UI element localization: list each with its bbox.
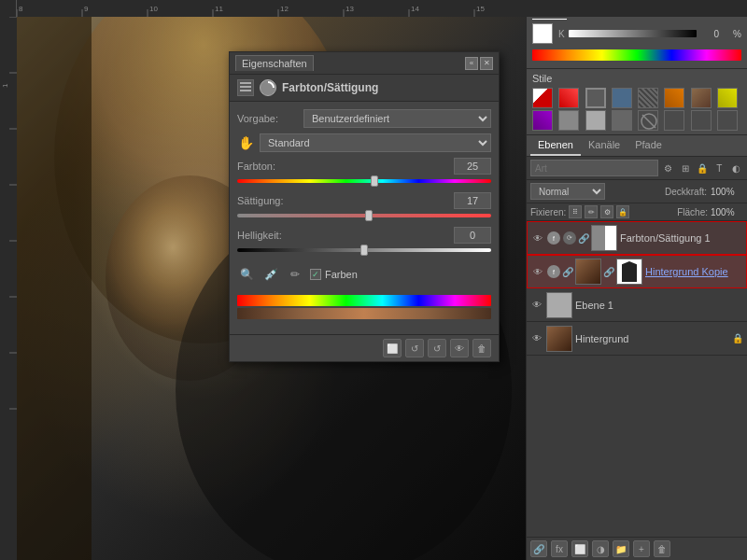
dialog-btn-curve[interactable]: ↺ [405, 339, 424, 357]
eyedropper-icon-2[interactable]: 💉 [261, 265, 280, 284]
layer-name-0: Farbton/Sättigung 1 [620, 232, 742, 244]
layer-expand-icon[interactable]: ⊞ [678, 161, 692, 175]
svg-text:12: 12 [280, 5, 289, 13]
stile-item-9[interactable] [532, 110, 553, 131]
dialog-header: Farbton/Sättigung [230, 75, 499, 102]
vorgabe-select[interactable]: Benutzerdefiniert [303, 109, 491, 128]
stile-item-13[interactable] [638, 110, 658, 131]
svg-text:14: 14 [411, 5, 419, 13]
stile-item-11[interactable] [585, 110, 606, 131]
layer-btn-delete[interactable]: 🗑 [654, 540, 670, 557]
tab-pfade[interactable]: Pfade [627, 135, 669, 156]
dialog-collapse-btn[interactable]: « [465, 57, 478, 70]
layer-btn-group[interactable]: 📁 [613, 540, 629, 557]
dialog-controls: « ✕ [465, 57, 493, 70]
tab-kanaele[interactable]: Kanäle [581, 135, 627, 156]
stile-item-4[interactable] [612, 88, 632, 108]
opacity-label: Deckkraft: [665, 187, 707, 197]
dialog-btn-new-layer[interactable]: ⬜ [383, 339, 402, 357]
layer-eye-2[interactable]: 👁 [530, 299, 543, 312]
layer-filter-icon[interactable]: ⚙ [661, 161, 675, 175]
fixieren-label: Fixieren: [530, 207, 566, 217]
layer-btn-new[interactable]: + [633, 540, 650, 557]
dialog-btn-eye[interactable]: 👁 [450, 339, 469, 357]
stile-item-8[interactable] [717, 88, 738, 108]
tool-row: 🔍 💉 ✏ ✓ Farben [237, 261, 491, 287]
stile-item-6[interactable] [664, 88, 684, 108]
layer-name-3: Hintergrund [575, 333, 729, 344]
color-k-value: 0 [700, 29, 719, 39]
layer-bottom-bar: 🔗 fx ⬜ ◑ 📁 + 🗑 [527, 537, 747, 560]
svg-text:1: 1 [1, 83, 9, 88]
fix-icon-1[interactable]: ⠿ [569, 205, 582, 218]
saettigung-thumb[interactable] [365, 210, 373, 221]
layer-eye-3[interactable]: 👁 [530, 332, 543, 345]
stile-item-12[interactable] [612, 110, 632, 131]
blend-mode-select[interactable]: Normal [530, 183, 605, 200]
farben-label: Farben [325, 269, 358, 280]
svg-text:10: 10 [149, 5, 158, 13]
layer-thumb-0 [591, 225, 617, 251]
standard-select[interactable]: Standard [260, 133, 491, 152]
saettigung-label: Sättigung: [237, 195, 284, 206]
fix-icon-2[interactable]: ✏ [585, 205, 598, 218]
fixieren-row: Fixieren: ⠿ ✏ ⚙ 🔒 Fläche: 100% [527, 203, 747, 221]
stile-item-15[interactable] [691, 110, 712, 131]
stile-item-2[interactable] [558, 88, 579, 108]
svg-text:9: 9 [84, 5, 89, 13]
saettigung-value-input[interactable] [454, 192, 491, 209]
layer-search-input[interactable] [530, 160, 658, 176]
flaeche-value: 100% [711, 207, 743, 217]
svg-rect-36 [240, 82, 251, 84]
helligkeit-slider-row: Helligkeit: [237, 227, 491, 254]
helligkeit-value-input[interactable] [454, 227, 491, 244]
dialog-btn-delete[interactable]: 🗑 [472, 339, 491, 357]
layer-btn-link[interactable]: 🔗 [530, 540, 547, 557]
stile-item-5[interactable] [638, 88, 658, 108]
layer-btn-fx[interactable]: fx [551, 540, 568, 557]
layer-row-3[interactable]: 👁 Hintergrund 🔒 [527, 322, 747, 356]
layer-row-0[interactable]: 👁 f ⟳ 🔗 Farbton/Sättigung 1 [527, 221, 747, 255]
color-swatch-foreground[interactable] [532, 23, 553, 44]
layer-eye-0[interactable]: 👁 [531, 231, 544, 245]
standard-row: ✋ Standard [237, 133, 491, 152]
layer-adjustment-icon[interactable]: ◐ [729, 161, 743, 175]
fix-icon-3[interactable]: ⚙ [600, 205, 613, 218]
dialog-btn-reset[interactable]: ↺ [428, 339, 446, 357]
layer-btn-adjustment[interactable]: ◑ [592, 540, 609, 557]
eyedropper-icon-1[interactable]: 🔍 [237, 265, 256, 284]
dialog-close-btn[interactable]: ✕ [480, 57, 493, 70]
color-k-slider[interactable] [569, 30, 697, 37]
farbton-thumb[interactable] [371, 175, 378, 187]
svg-text:13: 13 [345, 5, 354, 13]
svg-text:11: 11 [215, 5, 223, 13]
layer-eye-1[interactable]: 👁 [531, 265, 544, 278]
farbton-value-input[interactable] [454, 158, 491, 175]
layer-lock-icon[interactable]: 🔒 [695, 161, 709, 175]
helligkeit-thumb[interactable] [360, 245, 368, 256]
layer-row-2[interactable]: 👁 Ebene 1 [527, 288, 747, 322]
saettigung-track[interactable] [237, 214, 491, 217]
stile-item-1[interactable] [532, 88, 553, 108]
farben-checkbox[interactable]: ✓ [310, 269, 321, 280]
hand-tool-icon[interactable]: ✋ [237, 134, 254, 151]
layer-btn-mask[interactable]: ⬜ [571, 540, 588, 557]
layer-adj-icon-0: ⟳ [563, 231, 576, 245]
tab-ebenen[interactable]: Ebenen [530, 135, 581, 156]
layer-chain-0: 🔗 [579, 231, 588, 245]
spectrum-bar[interactable] [532, 49, 741, 61]
layer-row-1[interactable]: 👁 f 🔗 🔗 Hintergrund Kopie [527, 255, 747, 288]
dialog-header-circle-icon [260, 79, 276, 96]
stile-item-7[interactable] [691, 88, 712, 108]
farbton-track[interactable] [237, 179, 491, 183]
layer-list: 👁 f ⟳ 🔗 Farbton/Sättigung 1 👁 f 🔗 � [527, 221, 747, 537]
layer-text-icon[interactable]: T [712, 161, 726, 175]
stile-item-14[interactable] [664, 110, 684, 131]
stile-item-3[interactable] [585, 88, 606, 108]
properties-dialog: Eigenschaften « ✕ Farbton/Sättigung Vorg… [229, 51, 500, 362]
eyedropper-icon-3[interactable]: ✏ [286, 265, 304, 284]
fix-icon-4[interactable]: 🔒 [616, 205, 629, 218]
stile-item-10[interactable] [558, 110, 579, 131]
opacity-value: 100% [711, 187, 743, 197]
stile-item-16[interactable] [717, 110, 738, 131]
